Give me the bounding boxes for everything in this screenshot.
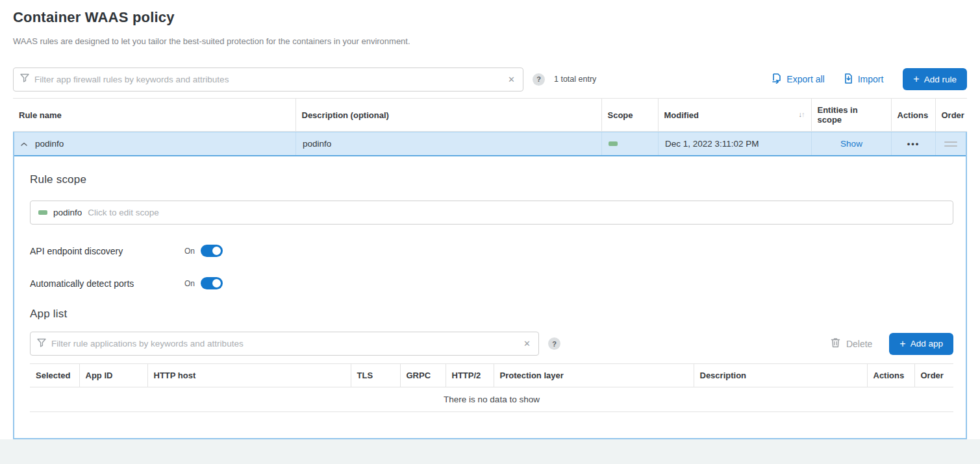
api-endpoint-discovery-row: API endpoint discovery On <box>30 245 953 257</box>
total-entries-label: 1 total entry <box>554 75 596 84</box>
export-all-button[interactable]: Export all <box>772 73 824 86</box>
import-icon <box>843 73 853 86</box>
empty-state-text: There is no data to show <box>30 387 953 412</box>
clear-filter-icon[interactable]: ✕ <box>507 75 516 84</box>
rule-detail-panel: Rule scope podinfo Click to edit scope A… <box>14 156 966 438</box>
page-subtitle: WAAS rules are designed to let you tailo… <box>13 36 967 46</box>
col-modified[interactable]: Modified ↓↑ <box>658 99 811 132</box>
plus-icon: + <box>899 338 905 350</box>
col-http-host: HTTP host <box>147 364 351 387</box>
main-content: Container WAAS policy WAAS rules are des… <box>0 0 980 439</box>
rule-entities-cell: Show <box>811 132 891 155</box>
rule-modified-cell: Dec 1, 2022 3:11:02 PM <box>658 132 811 155</box>
col-entities-in-scope[interactable]: Entities in scope <box>811 99 891 132</box>
rule-scope-title: Rule scope <box>30 173 953 186</box>
filter-funnel-icon <box>37 338 46 350</box>
expanded-rule-container: podinfo podinfo Dec 1, 2022 3:11:02 PM S… <box>13 132 967 439</box>
page-title: Container WAAS policy <box>13 9 967 26</box>
page-header: Container WAAS policy WAAS rules are des… <box>13 9 967 46</box>
app-table-empty-row: There is no data to show <box>30 387 953 412</box>
clear-filter-icon[interactable]: ✕ <box>522 339 532 348</box>
drag-handle-icon[interactable] <box>944 141 957 147</box>
col-actions: Actions <box>891 99 935 132</box>
rule-scope-cell <box>601 132 658 155</box>
scope-collection-icon <box>609 141 618 146</box>
app-list-toolbar: ✕ ? Delete + Add app <box>30 332 953 356</box>
col-selected: Selected <box>30 364 79 387</box>
col-grpc: GRPC <box>400 364 446 387</box>
sort-icon[interactable]: ↓↑ <box>799 110 805 118</box>
rule-order-cell <box>935 132 966 155</box>
app-table-header-row: Selected App ID HTTP host TLS GRPC HTTP/… <box>30 364 953 387</box>
col-scope[interactable]: Scope <box>601 99 658 132</box>
rules-table: Rule name Description (optional) Scope M… <box>13 98 967 132</box>
rule-name-cell[interactable]: podinfo <box>14 132 295 155</box>
app-list-table: Selected App ID HTTP host TLS GRPC HTTP/… <box>30 363 953 412</box>
import-label: Import <box>858 74 884 84</box>
trash-icon <box>831 337 840 350</box>
export-all-label: Export all <box>786 74 824 84</box>
col-modified-label: Modified <box>664 110 699 120</box>
auto-detect-ports-label: Automatically detect ports <box>30 278 184 289</box>
chevron-up-icon[interactable] <box>21 139 27 149</box>
auto-detect-ports-row: Automatically detect ports On <box>30 277 953 289</box>
col-app-id: App ID <box>79 364 147 387</box>
help-icon[interactable]: ? <box>548 337 560 350</box>
rules-filter-box[interactable]: ✕ <box>13 67 523 92</box>
scope-collection-name: podinfo <box>53 208 82 217</box>
col-rule-name[interactable]: Rule name <box>13 99 295 132</box>
rule-row-podinfo[interactable]: podinfo podinfo Dec 1, 2022 3:11:02 PM S… <box>14 132 966 156</box>
rules-table-header-row: Rule name Description (optional) Scope M… <box>13 99 967 132</box>
app-filter-input[interactable] <box>51 339 522 348</box>
add-rule-button[interactable]: + Add rule <box>903 68 967 90</box>
scope-collection-icon <box>38 210 47 215</box>
filter-funnel-icon <box>20 73 29 85</box>
col-protection-layer: Protection layer <box>494 364 694 387</box>
delete-app-button[interactable]: Delete <box>831 337 872 350</box>
scope-edit-hint: Click to edit scope <box>88 208 159 217</box>
rule-scope-editor[interactable]: podinfo Click to edit scope <box>30 201 953 225</box>
plus-icon: + <box>913 73 919 85</box>
show-entities-link[interactable]: Show <box>840 139 862 149</box>
col-order: Order <box>935 99 967 132</box>
delete-app-label: Delete <box>846 339 872 349</box>
auto-detect-ports-toggle[interactable] <box>201 277 223 289</box>
api-endpoint-discovery-toggle[interactable] <box>201 245 223 257</box>
add-app-label: Add app <box>911 339 943 348</box>
col-http2: HTTP/2 <box>446 364 494 387</box>
col-app-order: Order <box>914 364 953 387</box>
rules-toolbar: ✕ ? 1 total entry Export all Import + Ad… <box>13 67 967 92</box>
app-filter-box[interactable]: ✕ <box>30 332 539 356</box>
rule-name: podinfo <box>35 139 64 149</box>
col-app-actions: Actions <box>867 364 914 387</box>
import-button[interactable]: Import <box>843 73 884 86</box>
export-icon <box>772 73 782 86</box>
rules-filter-input[interactable] <box>34 75 507 84</box>
add-rule-label: Add rule <box>924 75 957 84</box>
actions-menu-icon[interactable]: ••• <box>907 139 920 149</box>
col-tls: TLS <box>351 364 400 387</box>
add-app-button[interactable]: + Add app <box>889 333 953 355</box>
api-endpoint-discovery-state: On <box>184 247 195 256</box>
api-endpoint-discovery-label: API endpoint discovery <box>30 246 184 256</box>
app-list-title: App list <box>30 308 953 321</box>
rule-actions-cell: ••• <box>891 132 935 155</box>
col-description[interactable]: Description (optional) <box>295 99 601 132</box>
help-icon[interactable]: ? <box>533 73 545 86</box>
rule-description-cell: podinfo <box>295 132 601 155</box>
col-app-description: Description <box>694 364 867 387</box>
auto-detect-ports-state: On <box>184 279 195 288</box>
